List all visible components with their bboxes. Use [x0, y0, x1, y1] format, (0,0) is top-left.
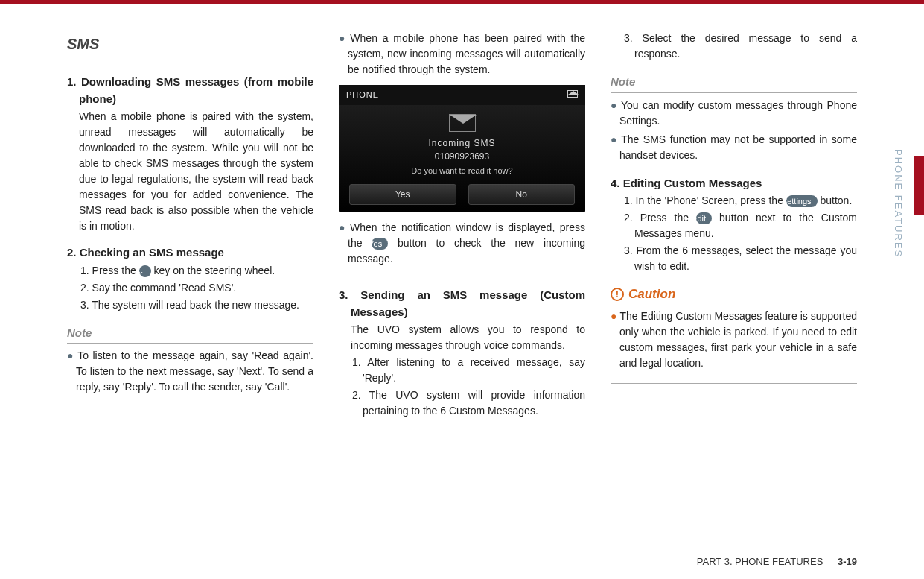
sec-check-sms: 2. Checking an SMS message 1. Press the …	[67, 244, 313, 313]
col2-bullet-2-wrap: ●When the notification window is display…	[339, 220, 585, 279]
screenshot-header: PHONE	[339, 85, 585, 105]
note-bullet-1: ●To listen to the message again, say 'Re…	[67, 348, 313, 395]
step-4-2: 2. Press the Edit button next to the Cus…	[611, 210, 857, 241]
column-2: ●When a mobile phone has been paired wit…	[339, 31, 585, 429]
bullet-dot-icon: ●	[611, 99, 621, 111]
sec-edit-custom: 4. Editing Custom Messages 1. In the 'Ph…	[611, 175, 857, 275]
sc-line3: Do you want to read it now?	[345, 165, 579, 177]
caution-rule	[683, 294, 857, 294]
step-2-2: 2. Say the command 'Read SMS'.	[67, 280, 313, 296]
screenshot-body: Incoming SMS 01090923693 Do you want to …	[339, 105, 585, 185]
sec-download-sms: 1. Downloading SMS messages (from mobile…	[67, 74, 313, 234]
yes-button-inline: Yes	[372, 238, 388, 250]
svg-point-0	[136, 271, 137, 273]
heading-4: 4. Editing Custom Messages	[611, 175, 857, 192]
envelope-small-icon	[567, 90, 578, 98]
col2-bullet-1: ●When a mobile phone has been paired wit…	[339, 31, 585, 77]
note-bullet-2b: ●The SMS function may not be supported i…	[611, 132, 857, 163]
heading-3: 3. Sending an SMS message (Custom Messag…	[339, 287, 585, 320]
sc-line1: Incoming SMS	[345, 136, 579, 150]
section-title-sms: SMS	[67, 31, 313, 57]
note-text-1: To listen to the message again, say 'Rea…	[76, 349, 313, 393]
step-3-3: 3. Select the desired message to send a …	[611, 31, 857, 62]
s4-1a: 1. In the 'Phone' Screen, press the	[624, 194, 786, 206]
caution-icon: !	[611, 288, 624, 301]
caution-bullet-1: ●The Editing Custom Messages feature is …	[611, 309, 857, 371]
screenshot-yes-button[interactable]: Yes	[349, 184, 456, 205]
step-4-3: 3. From the 6 messages, select the messa…	[611, 243, 857, 274]
column-3: 3. Select the desired message to send a …	[611, 31, 857, 429]
bullet-dot-icon: ●	[611, 310, 620, 322]
caution-row: ! Caution	[611, 285, 857, 304]
caution-text: The Editing Custom Messages feature is s…	[619, 310, 857, 369]
step-3-2: 2. The UVO system will provide informati…	[339, 387, 585, 419]
page-columns: SMS 1. Downloading SMS messages (from mo…	[0, 4, 924, 429]
voice-key-button	[139, 265, 151, 277]
footer-page: 3-19	[826, 556, 857, 567]
para-1: When a mobile phone is paired with the s…	[67, 109, 313, 234]
bullet-dot-icon: ●	[611, 133, 621, 145]
step-3-1: 1. After listening to a received message…	[339, 355, 585, 386]
page-footer: PART 3. PHONE FEATURES 3-19	[697, 554, 857, 569]
envelope-big-icon	[449, 114, 476, 132]
note-label-1: Note	[67, 325, 313, 344]
step-2-1b: key on the steering wheel.	[151, 265, 275, 276]
side-red-tab	[914, 156, 924, 215]
s4-1b: button.	[818, 194, 853, 206]
step-2-3: 3. The system will read back the new mes…	[67, 297, 313, 313]
settings-button-inline: Settings	[786, 195, 818, 207]
note-b2a-text: You can modify custom messages through P…	[619, 99, 857, 127]
footer-part: PART 3. PHONE FEATURES	[697, 556, 823, 567]
heading-1: 1. Downloading SMS messages (from mobile…	[67, 74, 313, 107]
bullet-dot-icon: ●	[67, 349, 77, 361]
vertical-section-label: PHONE FEATURES	[891, 149, 906, 258]
sec-send-sms: 3. Sending an SMS message (Custom Messag…	[339, 287, 585, 419]
screenshot-title: PHONE	[346, 89, 379, 101]
screenshot-buttons: Yes No	[339, 184, 585, 205]
step-2-1a: 1. Press the	[80, 265, 139, 276]
sc-line2: 01090923693	[345, 150, 579, 163]
note-label-2: Note	[611, 74, 857, 93]
step-4-1: 1. In the 'Phone' Screen, press the Sett…	[611, 193, 857, 209]
screenshot-no-button[interactable]: No	[468, 184, 576, 205]
bullet-dot-icon: ●	[339, 221, 350, 233]
step-2-1: 1. Press the key on the steering wheel.	[67, 263, 313, 279]
heading-2: 2. Checking an SMS message	[67, 244, 313, 262]
caution-label: Caution	[628, 285, 675, 304]
h3-para: The UVO system allows you to respond to …	[339, 322, 585, 353]
bullet-dot-icon: ●	[339, 32, 350, 44]
col2-b1-text: When a mobile phone has been paired with…	[348, 32, 585, 75]
note-bullet-2a: ●You can modify custom messages through …	[611, 98, 857, 129]
phone-screenshot: PHONE Incoming SMS 01090923693 Do you wa…	[339, 85, 585, 212]
column-1: SMS 1. Downloading SMS messages (from mo…	[67, 31, 313, 429]
edit-button-inline: Edit	[696, 212, 712, 224]
note-b2b-text: The SMS function may not be supported in…	[619, 133, 857, 161]
caution-body-wrap: ●The Editing Custom Messages feature is …	[611, 309, 857, 384]
col2-bullet-2: ●When the notification window is display…	[339, 220, 585, 267]
s4-2a: 2. Press the	[624, 212, 696, 224]
